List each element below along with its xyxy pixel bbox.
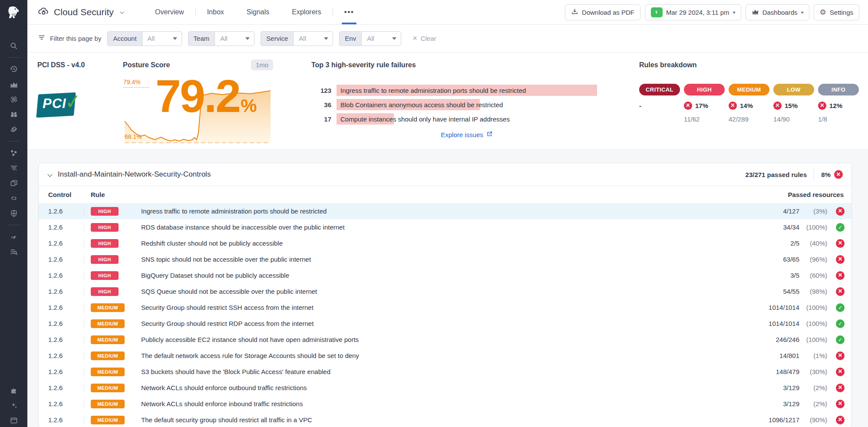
posture-score-value: 79.2% <box>155 67 257 125</box>
table-row[interactable]: 1.2.6 MEDIUM The default network access … <box>39 348 851 364</box>
divider <box>7 57 20 58</box>
overlapping-windows-icon[interactable] <box>9 178 19 188</box>
severity-badge: MEDIUM <box>91 416 125 424</box>
status-icon <box>836 255 845 264</box>
rules-table-body: 1.2.6 HIGH Ingress traffic to remote adm… <box>39 203 851 427</box>
table-row[interactable]: 1.2.6 MEDIUM Security Group should restr… <box>39 315 851 332</box>
window-frame-icon[interactable] <box>9 416 19 425</box>
failure-bar-row[interactable]: 17 Compute instances should only have in… <box>311 113 607 125</box>
table-row[interactable]: 1.2.6 MEDIUM S3 buckets should have the … <box>39 364 851 380</box>
filter-pill[interactable]: Env All <box>339 31 401 46</box>
table-row[interactable]: 1.2.6 HIGH SNS topic should not be acces… <box>39 251 851 267</box>
download-icon <box>571 8 578 16</box>
shield-icon[interactable] <box>9 209 19 218</box>
layers-icon[interactable] <box>9 125 19 135</box>
settings-button[interactable]: ⚙ Settings <box>814 4 859 20</box>
nav-tabs: Overview Inbox Signals Explorers ••• <box>144 0 366 24</box>
control-id: 1.2.6 <box>48 400 84 407</box>
tab-more[interactable]: ••• <box>333 0 366 24</box>
radar-target-icon[interactable] <box>9 95 19 104</box>
filter-pill[interactable]: Service All <box>261 31 333 46</box>
table-row[interactable]: 1.2.6 HIGH BigQuery Dataset should not b… <box>39 267 851 283</box>
product-switcher[interactable]: Cloud Security <box>38 6 123 19</box>
failure-bar-row[interactable]: 36 Blob Containers anonymous access shou… <box>311 99 607 110</box>
chain-link-icon[interactable] <box>9 194 19 203</box>
cloud-security-icon <box>38 6 50 19</box>
puzzle-piece-icon[interactable] <box>9 385 19 395</box>
rule-text: Security Group should restrict SSH acces… <box>139 304 748 311</box>
passed-fraction: 14/801 <box>748 352 799 359</box>
top-failures-title: Top 3 high-severity rule failures <box>311 61 607 69</box>
rule-text: S3 buckets should have the 'Block Public… <box>139 368 748 375</box>
clear-filters-button[interactable]: × Clear <box>413 34 436 43</box>
hexagon-cluster-icon[interactable] <box>9 148 19 158</box>
caret-down-icon <box>173 32 182 46</box>
severity-chip[interactable]: INFO <box>818 84 859 95</box>
table-row[interactable]: 1.2.6 HIGH RDS database instance should … <box>39 219 851 235</box>
table-row[interactable]: 1.2.6 HIGH SQS Queue should not be acces… <box>39 283 851 299</box>
gauge-icon[interactable] <box>9 232 19 241</box>
sparkles-icon[interactable] <box>9 401 19 410</box>
tab-signals[interactable]: Signals <box>235 0 281 24</box>
passed-percent: (100%) <box>799 320 827 327</box>
column-divider <box>84 255 84 264</box>
collapse-chevron-icon[interactable] <box>47 172 52 177</box>
group-fail-percent: 8% <box>821 170 843 179</box>
column-divider <box>84 383 84 393</box>
control-id: 1.2.6 <box>48 256 84 263</box>
status-icon <box>836 368 845 376</box>
passed-fraction: 3/5 <box>748 272 799 279</box>
severity-chip[interactable]: HIGH <box>684 84 725 95</box>
failure-rule-text: Compute instances should only have inter… <box>337 113 597 125</box>
passed-fraction: 1014/1014 <box>748 304 799 311</box>
table-row[interactable]: 1.2.6 MEDIUM The default security group … <box>39 412 851 427</box>
control-id: 1.2.6 <box>48 352 84 359</box>
divider <box>814 168 814 181</box>
filter-pill[interactable]: Team All <box>188 31 255 46</box>
history-clock-icon[interactable] <box>9 64 19 74</box>
control-id: 1.2.6 <box>48 223 84 231</box>
divider <box>7 225 20 225</box>
table-row[interactable]: 1.2.6 HIGH Redshift cluster should not b… <box>39 235 851 251</box>
datadog-logo-icon[interactable] <box>0 0 27 25</box>
status-icon <box>836 335 845 344</box>
binoculars-icon[interactable] <box>9 110 19 119</box>
time-range-button[interactable]: Mar 29 2024, 3:11 pm ▾ <box>645 4 741 20</box>
table-row[interactable]: 1.2.6 MEDIUM Network ACLs should enforce… <box>39 396 851 412</box>
table-row[interactable]: 1.2.6 MEDIUM Security Group should restr… <box>39 299 851 315</box>
search-icon[interactable] <box>9 41 19 51</box>
tab-overview[interactable]: Overview <box>144 0 195 24</box>
control-id: 1.2.6 <box>48 384 84 391</box>
severity-fail-percent: 12% <box>829 102 842 109</box>
passed-fraction: 4/127 <box>748 207 799 215</box>
table-row[interactable]: 1.2.6 MEDIUM Network ACLs should enforce… <box>39 380 851 396</box>
list-search-icon[interactable] <box>9 247 19 256</box>
metrics-area-chart-icon[interactable] <box>9 79 19 89</box>
severity-chip[interactable]: CRITICAL <box>639 84 680 95</box>
top-failures-block: Top 3 high-severity rule failures 123 In… <box>311 61 607 139</box>
severity-badge: HIGH <box>91 287 119 296</box>
rule-text: Ingress traffic to remote administration… <box>139 207 748 215</box>
explore-issues-link[interactable]: Explore issues <box>441 131 493 138</box>
passed-fraction: 1096/1217 <box>748 416 799 424</box>
filter-lines-icon[interactable] <box>9 163 19 173</box>
pci-logo: PCI ✓ <box>37 92 83 118</box>
dashboards-button[interactable]: Dashboards ▾ <box>746 4 809 20</box>
tab-explorers[interactable]: Explorers <box>281 0 333 24</box>
passed-fraction: 246/246 <box>748 336 799 343</box>
filter-icon <box>38 34 46 43</box>
tab-inbox[interactable]: Inbox <box>196 0 235 24</box>
table-row[interactable]: 1.2.6 MEDIUM Publicly accessible EC2 ins… <box>39 332 851 348</box>
fail-icon <box>818 102 826 110</box>
download-pdf-button[interactable]: Download as PDF <box>565 4 640 20</box>
severity-chip[interactable]: MEDIUM <box>729 84 769 95</box>
severity-fraction: 42/289 <box>729 115 769 123</box>
table-row[interactable]: 1.2.6 HIGH Ingress traffic to remote adm… <box>39 203 851 219</box>
failure-bar-row[interactable]: 123 Ingress traffic to remote administra… <box>311 85 607 96</box>
control-group-title: Install-and-Maintain-Network-Security-Co… <box>58 170 211 179</box>
severity-fail-percent: 15% <box>785 102 798 109</box>
filter-pill[interactable]: Account All <box>107 31 182 46</box>
filter-pill-value: All <box>362 32 392 46</box>
severity-chip[interactable]: LOW <box>773 84 814 95</box>
status-icon <box>836 303 845 312</box>
